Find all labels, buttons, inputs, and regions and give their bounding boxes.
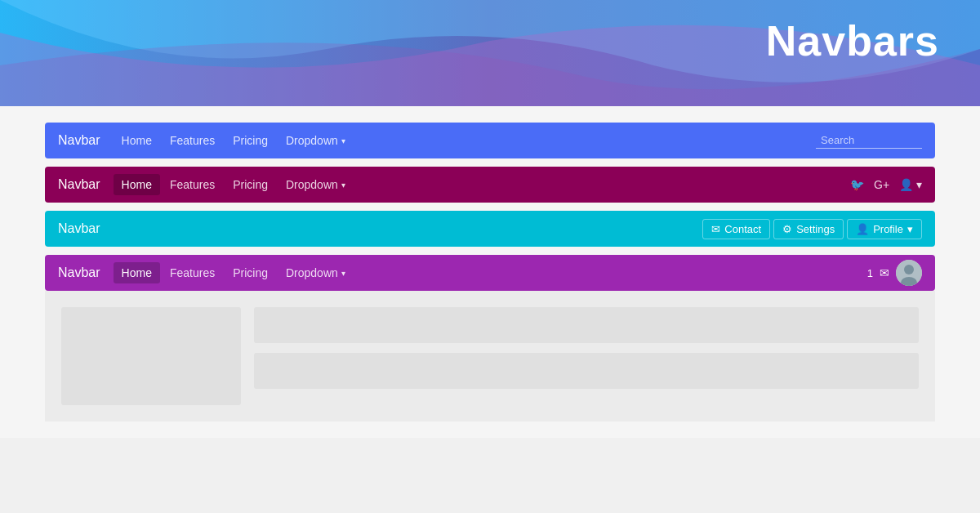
content-right-blocks — [254, 307, 919, 405]
navbar-2: Navbar Home Features Pricing Dropdown ▾ … — [45, 167, 935, 203]
settings-label: Settings — [796, 223, 835, 235]
navbar-1-brand: Navbar — [58, 133, 100, 148]
navbar-4: Navbar Home Features Pricing Dropdown ▾ … — [45, 255, 935, 291]
hero-banner: Navbars — [0, 0, 980, 106]
settings-button[interactable]: ⚙ Settings — [773, 219, 844, 239]
navbar-2-link-features[interactable]: Features — [162, 174, 223, 195]
contact-label: Contact — [724, 223, 761, 235]
page-title: Navbars — [766, 16, 939, 65]
navbar-4-right: 1 ✉ — [867, 260, 922, 286]
navbar-3-brand: Navbar — [58, 221, 100, 236]
mail-icon[interactable]: ✉ — [880, 266, 889, 279]
navbar-4-link-pricing[interactable]: Pricing — [225, 262, 276, 283]
profile-caret: ▾ — [907, 223, 913, 235]
envelope-icon: ✉ — [711, 223, 720, 235]
navbar-4-link-home[interactable]: Home — [114, 262, 160, 283]
navbar-2-link-home[interactable]: Home — [114, 174, 160, 195]
search-input[interactable] — [816, 132, 922, 149]
mail-badge: 1 — [867, 267, 873, 279]
dropdown-caret-4: ▾ — [341, 269, 345, 278]
content-left-block — [61, 307, 241, 405]
content-block-1 — [254, 307, 919, 343]
user-icon[interactable]: 👤 ▾ — [899, 178, 922, 191]
navbar-2-nav: Home Features Pricing Dropdown ▾ — [114, 174, 850, 195]
navbar-1-right — [816, 132, 922, 149]
navbar-2-brand: Navbar — [58, 177, 100, 192]
user-avatar[interactable] — [896, 260, 922, 286]
navbar-4-link-features[interactable]: Features — [162, 262, 223, 283]
navbar-1-nav: Home Features Pricing Dropdown ▾ — [114, 130, 816, 151]
navbar-4-dropdown[interactable]: Dropdown ▾ — [278, 262, 354, 283]
content-area — [45, 291, 935, 422]
navbar-1-link-pricing[interactable]: Pricing — [225, 130, 276, 151]
profile-icon: 👤 — [856, 223, 869, 235]
twitter-icon[interactable]: 🐦 — [850, 178, 864, 191]
navbar-1-link-features[interactable]: Features — [162, 130, 223, 151]
gear-icon: ⚙ — [782, 223, 792, 235]
navbar-2-right: 🐦 G+ 👤 ▾ — [850, 178, 922, 191]
profile-button[interactable]: 👤 Profile ▾ — [847, 219, 922, 239]
google-plus-icon[interactable]: G+ — [874, 178, 889, 191]
navbar-4-brand: Navbar — [58, 265, 100, 280]
dropdown-caret-1: ▾ — [341, 136, 345, 145]
navbar-1-dropdown[interactable]: Dropdown ▾ — [278, 130, 354, 151]
navbar-4-section: Navbar Home Features Pricing Dropdown ▾ … — [45, 255, 935, 422]
profile-label: Profile — [873, 223, 903, 235]
navbar-2-dropdown[interactable]: Dropdown ▾ — [278, 174, 354, 195]
navbar-2-link-pricing[interactable]: Pricing — [225, 174, 276, 195]
navbar-1: Navbar Home Features Pricing Dropdown ▾ — [45, 123, 935, 158]
navbar-1-link-home[interactable]: Home — [114, 130, 160, 151]
navbar-4-nav: Home Features Pricing Dropdown ▾ — [114, 262, 867, 283]
navbar-3: Navbar ✉ Contact ⚙ Settings 👤 Profile ▾ — [45, 211, 935, 247]
content-block-2 — [254, 353, 919, 389]
dropdown-caret-2: ▾ — [341, 181, 345, 190]
main-content: Navbar Home Features Pricing Dropdown ▾ … — [0, 106, 980, 438]
navbar-3-right: ✉ Contact ⚙ Settings 👤 Profile ▾ — [702, 219, 922, 239]
contact-button[interactable]: ✉ Contact — [702, 219, 770, 239]
svg-point-2 — [904, 265, 914, 274]
